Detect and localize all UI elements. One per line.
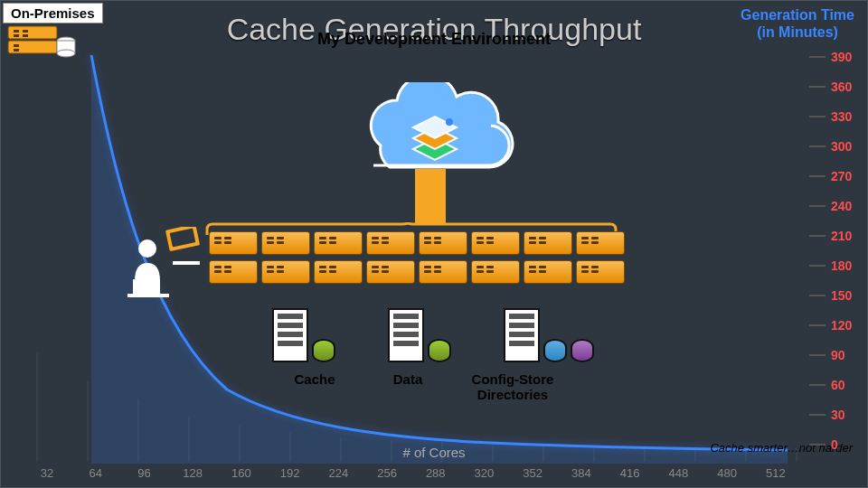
storage-row <box>272 308 594 362</box>
y-tick: 240 <box>809 199 854 213</box>
database-disk-icon <box>312 339 335 362</box>
server-icon <box>366 260 415 284</box>
server-icon <box>524 260 572 284</box>
chart-title: Cache Generation Throughput <box>1 12 867 47</box>
on-prem-server-icon <box>6 24 79 70</box>
cloud-icon <box>344 82 516 191</box>
cache-store <box>272 308 335 362</box>
server-icon <box>419 231 467 255</box>
y-tick: 390 <box>809 50 854 64</box>
y-axis-title-l1: Generation Time <box>741 7 854 23</box>
y-tick: 360 <box>809 80 854 94</box>
server-icon <box>471 231 520 255</box>
server-icon <box>576 260 625 284</box>
svg-point-26 <box>57 50 75 57</box>
y-tick: 120 <box>809 318 854 333</box>
svg-rect-23 <box>14 49 19 52</box>
y-tick: 180 <box>809 258 854 273</box>
database-disk-icon <box>543 339 567 362</box>
svg-rect-20 <box>23 30 28 33</box>
svg-point-30 <box>446 118 453 126</box>
y-tick: 300 <box>809 139 854 154</box>
y-tick: 210 <box>809 229 854 243</box>
server-icon <box>576 231 625 255</box>
y-tick: 30 <box>809 408 854 422</box>
svg-rect-31 <box>415 169 446 223</box>
server-icon <box>314 260 363 284</box>
server-icon <box>419 260 467 284</box>
y-tick: 330 <box>809 109 854 124</box>
y-axis-title-l2: (in Minutes) <box>757 24 838 40</box>
server-icon <box>524 231 572 255</box>
config-store <box>504 308 594 362</box>
storage-rack-icon <box>504 308 540 362</box>
svg-rect-18 <box>14 30 19 33</box>
on-premises-badge: On-Premises <box>3 3 103 23</box>
y-tick: 90 <box>809 348 854 362</box>
y-tick: 60 <box>809 378 854 392</box>
svg-rect-36 <box>127 294 169 297</box>
developer-icon <box>127 227 209 303</box>
storage-rack-icon <box>272 308 308 362</box>
x-ticks: 3264 96128 160192 224256 288320 352384 4… <box>28 466 795 480</box>
server-icon <box>471 260 520 284</box>
svg-rect-19 <box>14 34 19 37</box>
server-icon <box>209 231 258 255</box>
svg-rect-22 <box>14 44 19 47</box>
database-disk-icon <box>428 339 451 362</box>
server-icon <box>366 231 415 255</box>
y-axis-title: Generation Time (in Minutes) <box>741 6 854 41</box>
data-store <box>388 308 451 362</box>
server-icon <box>209 260 258 284</box>
server-icon <box>314 231 363 255</box>
svg-rect-35 <box>133 279 160 294</box>
config-label: Config-Store Directories <box>449 371 576 402</box>
database-disk-icon <box>571 339 594 362</box>
y-tick: 150 <box>809 288 854 303</box>
svg-point-34 <box>138 239 156 258</box>
svg-rect-21 <box>23 34 28 37</box>
server-icon <box>261 231 310 255</box>
server-icon <box>261 260 310 284</box>
y-tick: 270 <box>809 169 854 183</box>
storage-rack-icon <box>388 308 424 362</box>
data-label: Data <box>358 371 458 387</box>
cache-label: Cache <box>265 371 364 387</box>
compute-server-grid <box>209 231 625 284</box>
y-tick: 0 <box>809 437 854 452</box>
